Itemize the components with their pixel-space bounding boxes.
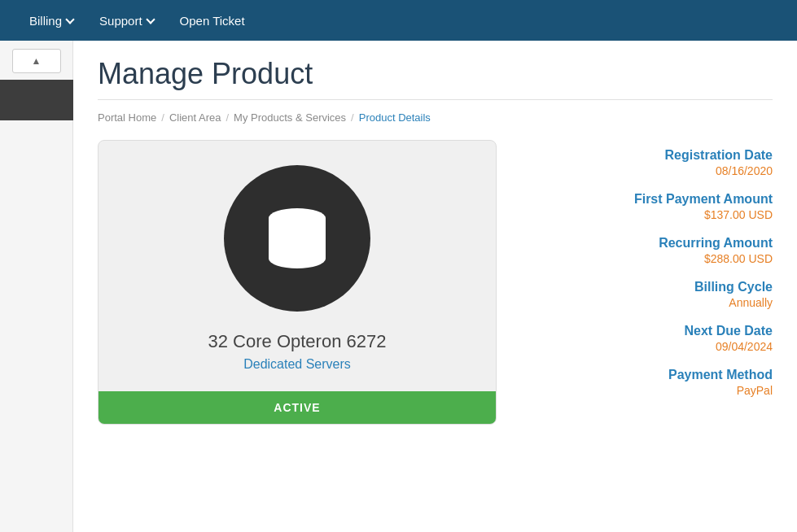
detail-next-due-date-label: Next Due Date <box>529 324 773 338</box>
breadcrumb-sep-1: / <box>161 111 164 124</box>
open-ticket-nav[interactable]: Open Ticket <box>167 0 258 41</box>
detail-billing-cycle: Billing Cycle Annually <box>529 280 773 309</box>
detail-first-payment-label: First Payment Amount <box>529 192 773 207</box>
detail-billing-cycle-value: Annually <box>529 296 773 309</box>
support-chevron-icon <box>146 15 155 24</box>
detail-recurring-amount-label: Recurring Amount <box>529 236 773 251</box>
billing-nav[interactable]: Billing <box>16 0 86 41</box>
breadcrumb-sep-3: / <box>351 111 354 124</box>
detail-recurring-amount-value: $288.00 USD <box>529 252 773 265</box>
billing-label: Billing <box>29 14 62 28</box>
chevron-up-icon: ▲ <box>32 55 42 67</box>
breadcrumb-portal-home[interactable]: Portal Home <box>98 111 156 124</box>
sidebar-toggle-button[interactable]: ▲ <box>12 49 61 73</box>
detail-next-due-date: Next Due Date 09/04/2024 <box>529 324 773 353</box>
main-content: Manage Product Portal Home / Client Area… <box>73 41 797 532</box>
content-area: 32 Core Opteron 6272 Dedicated Servers A… <box>98 140 773 425</box>
open-ticket-label: Open Ticket <box>180 14 245 28</box>
page-wrapper: ▲ Manage Product Portal Home / Client Ar… <box>0 41 797 532</box>
breadcrumb-sep-2: / <box>226 111 229 124</box>
product-card-body: 32 Core Opteron 6272 Dedicated Servers <box>99 141 496 391</box>
detail-first-payment-value: $137.00 USD <box>529 208 773 221</box>
top-navigation: Billing Support Open Ticket <box>0 0 797 41</box>
database-icon <box>261 202 334 275</box>
detail-first-payment: First Payment Amount $137.00 USD <box>529 192 773 221</box>
product-card: 32 Core Opteron 6272 Dedicated Servers A… <box>98 140 497 425</box>
detail-next-due-date-value: 09/04/2024 <box>529 340 773 353</box>
product-status-bar: ACTIVE <box>99 391 496 424</box>
sidebar-dark-block <box>0 80 73 120</box>
details-panel: Registration Date 08/16/2020 First Payme… <box>529 140 773 412</box>
svg-point-4 <box>269 249 326 268</box>
breadcrumb-my-products[interactable]: My Products & Services <box>234 111 346 124</box>
title-divider <box>98 99 773 100</box>
product-name: 32 Core Opteron 6272 <box>208 331 387 352</box>
breadcrumb-client-area[interactable]: Client Area <box>169 111 221 124</box>
product-icon-circle <box>224 165 370 312</box>
support-nav[interactable]: Support <box>86 0 167 41</box>
detail-payment-method-label: Payment Method <box>529 368 773 382</box>
detail-registration-date-value: 08/16/2020 <box>529 164 773 177</box>
sidebar: ▲ <box>0 41 73 532</box>
detail-payment-method-value: PayPal <box>529 384 773 397</box>
breadcrumb: Portal Home / Client Area / My Products … <box>98 111 773 124</box>
breadcrumb-current: Product Details <box>359 111 431 124</box>
product-type: Dedicated Servers <box>243 357 351 372</box>
support-label: Support <box>99 14 142 28</box>
page-title: Manage Product <box>98 57 773 91</box>
detail-payment-method: Payment Method PayPal <box>529 368 773 397</box>
billing-chevron-icon <box>65 15 74 24</box>
detail-billing-cycle-label: Billing Cycle <box>529 280 773 294</box>
detail-registration-date-label: Registration Date <box>529 148 773 163</box>
detail-registration-date: Registration Date 08/16/2020 <box>529 148 773 177</box>
detail-recurring-amount: Recurring Amount $288.00 USD <box>529 236 773 265</box>
